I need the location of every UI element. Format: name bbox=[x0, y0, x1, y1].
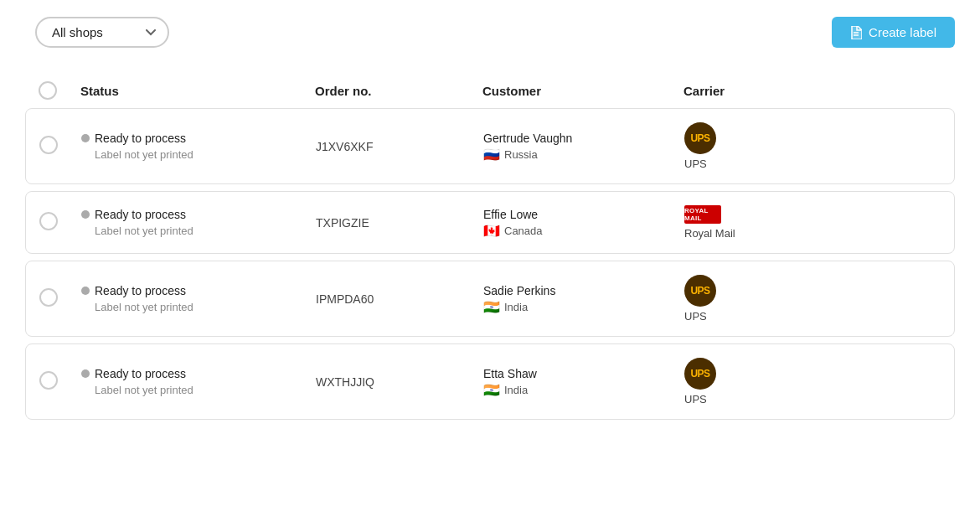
header-checkbox-cell bbox=[39, 81, 80, 100]
table-row: Ready to process Label not yet printed W… bbox=[25, 343, 955, 420]
shop-select[interactable]: All shopsShop 1Shop 2 bbox=[35, 17, 169, 48]
carrier-name: UPS bbox=[684, 158, 707, 170]
customer-country: 🇮🇳 India bbox=[483, 301, 684, 314]
row-checkbox-cell bbox=[39, 136, 81, 158]
table-header: Status Order no. Customer Carrier bbox=[25, 81, 955, 108]
row-checkbox[interactable] bbox=[39, 288, 58, 307]
status-text: Ready to process bbox=[95, 284, 186, 297]
status-cell: Ready to process Label not yet printed bbox=[81, 284, 316, 313]
row-checkbox-cell bbox=[39, 288, 81, 310]
country-flag: 🇷🇺 bbox=[483, 148, 500, 162]
carrier-name: UPS bbox=[684, 310, 707, 323]
country-name: Russia bbox=[504, 148, 538, 161]
row-checkbox[interactable] bbox=[39, 212, 58, 230]
status-cell: Ready to process Label not yet printed bbox=[81, 132, 316, 161]
status-dot bbox=[81, 369, 90, 378]
ups-logo: UPS bbox=[684, 358, 716, 390]
customer-name: Etta Shaw bbox=[483, 367, 684, 380]
status-text: Ready to process bbox=[95, 367, 186, 380]
status-text: Ready to process bbox=[95, 208, 186, 221]
country-name: India bbox=[504, 384, 528, 396]
status-sub-text: Label not yet printed bbox=[81, 148, 316, 161]
row-checkbox-cell bbox=[39, 212, 81, 234]
top-bar: All shopsShop 1Shop 2 Create label bbox=[25, 17, 955, 48]
order-number: J1XV6XKF bbox=[316, 140, 483, 153]
country-flag: 🇮🇳 bbox=[483, 384, 500, 397]
table-row: Ready to process Label not yet printed I… bbox=[25, 261, 955, 337]
status-dot bbox=[81, 134, 90, 142]
customer-country: 🇷🇺 Russia bbox=[483, 148, 684, 162]
carrier-name: Royal Mail bbox=[684, 227, 735, 240]
customer-name: Sadie Perkins bbox=[483, 284, 684, 297]
status-sub-text: Label not yet printed bbox=[81, 301, 316, 313]
status-dot bbox=[81, 210, 90, 219]
status-line: Ready to process bbox=[81, 132, 316, 145]
customer-name: Gertrude Vaughn bbox=[483, 132, 684, 145]
row-checkbox[interactable] bbox=[39, 136, 58, 154]
status-text: Ready to process bbox=[95, 132, 186, 145]
customer-cell: Etta Shaw 🇮🇳 India bbox=[483, 367, 684, 397]
customer-country: 🇮🇳 India bbox=[483, 384, 684, 397]
carrier-cell: UPS UPS bbox=[684, 275, 941, 323]
create-label-button[interactable]: Create label bbox=[832, 17, 955, 48]
column-header-carrier: Carrier bbox=[683, 84, 941, 98]
country-flag: 🇮🇳 bbox=[483, 301, 500, 314]
ups-logo: UPS bbox=[684, 122, 716, 154]
orders-list: Ready to process Label not yet printed J… bbox=[25, 108, 955, 426]
status-line: Ready to process bbox=[81, 208, 316, 221]
country-name: India bbox=[504, 301, 528, 313]
order-number: WXTHJJIQ bbox=[316, 375, 483, 389]
status-line: Ready to process bbox=[81, 367, 316, 380]
table-row: Ready to process Label not yet printed J… bbox=[25, 108, 955, 184]
carrier-cell: ROYAL MAIL Royal Mail bbox=[684, 205, 941, 240]
table-row: Ready to process Label not yet printed T… bbox=[25, 191, 955, 254]
column-header-status: Status bbox=[80, 84, 315, 98]
column-header-order: Order no. bbox=[315, 84, 482, 98]
customer-country: 🇨🇦 Canada bbox=[483, 225, 684, 238]
status-cell: Ready to process Label not yet printed bbox=[81, 208, 316, 237]
column-header-customer: Customer bbox=[482, 84, 683, 98]
country-flag: 🇨🇦 bbox=[483, 225, 500, 238]
select-all-checkbox[interactable] bbox=[39, 81, 57, 100]
royal-mail-logo: ROYAL MAIL bbox=[684, 205, 721, 224]
country-name: Canada bbox=[504, 225, 543, 237]
ups-logo: UPS bbox=[684, 275, 716, 307]
carrier-cell: UPS UPS bbox=[684, 358, 941, 405]
status-dot bbox=[81, 287, 90, 295]
create-label-text: Create label bbox=[869, 25, 936, 39]
document-icon bbox=[850, 26, 862, 39]
customer-cell: Gertrude Vaughn 🇷🇺 Russia bbox=[483, 132, 684, 162]
status-sub-text: Label not yet printed bbox=[81, 384, 316, 396]
status-line: Ready to process bbox=[81, 284, 316, 297]
customer-name: Effie Lowe bbox=[483, 208, 684, 221]
row-checkbox[interactable] bbox=[39, 371, 58, 390]
order-number: IPMPDA60 bbox=[316, 292, 483, 306]
status-sub-text: Label not yet printed bbox=[81, 225, 316, 237]
customer-cell: Sadie Perkins 🇮🇳 India bbox=[483, 284, 684, 314]
carrier-name: UPS bbox=[684, 393, 707, 405]
order-number: TXPIGZIE bbox=[316, 216, 483, 230]
status-cell: Ready to process Label not yet printed bbox=[81, 367, 316, 396]
carrier-cell: UPS UPS bbox=[684, 122, 941, 170]
shop-selector: All shopsShop 1Shop 2 bbox=[25, 17, 169, 48]
customer-cell: Effie Lowe 🇨🇦 Canada bbox=[483, 208, 684, 238]
row-checkbox-cell bbox=[39, 371, 81, 393]
